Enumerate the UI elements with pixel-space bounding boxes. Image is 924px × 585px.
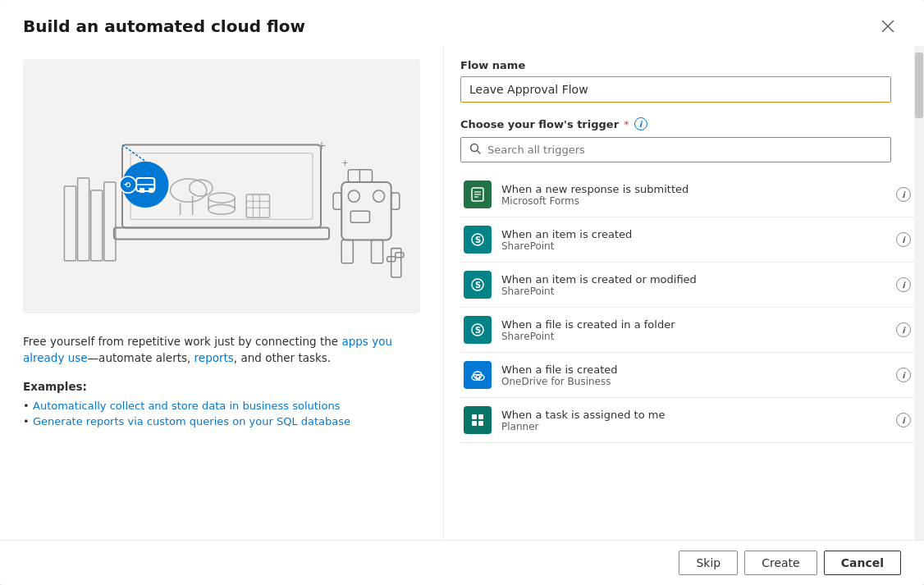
dialog: Build an automated cloud flow [0,0,924,585]
illustration-svg: + + [23,59,420,313]
examples-label: Examples: [23,380,420,393]
trigger-source: Planner [501,421,886,432]
search-box [460,137,891,162]
trigger-icon-sharepoint: S [464,316,492,344]
trigger-text: When an item is created or modifiedShare… [501,273,886,297]
trigger-text: When a file is created in a folderShareP… [501,318,886,342]
svg-text:S: S [475,326,481,335]
trigger-info-button[interactable]: i [896,322,911,337]
trigger-item[interactable]: When a file is createdOneDrive for Busin… [460,353,914,398]
trigger-text: When a task is assigned to mePlanner [501,409,886,432]
cancel-button[interactable]: Cancel [824,551,901,575]
close-button[interactable] [875,16,901,36]
trigger-info-button[interactable]: i [896,277,911,292]
left-panel: + + [0,46,443,540]
trigger-info-button[interactable]: i [896,187,911,202]
scrollbar-thumb [915,53,923,118]
trigger-icon-planner [464,406,492,434]
trigger-item[interactable]: When a task is assigned to mePlanneri [460,398,914,443]
trigger-name: When an item is created or modified [501,273,886,286]
right-inner[interactable]: Flow name Choose your flow's trigger * i [460,59,924,540]
svg-text:+: + [317,139,327,152]
trigger-text: When an item is createdSharePoint [501,228,886,252]
scrollbar[interactable] [914,46,924,540]
required-star: * [624,118,629,130]
trigger-icon-onedrive [464,361,492,389]
trigger-item[interactable]: SWhen a file is created in a folderShare… [460,308,914,353]
trigger-info-icon[interactable]: i [634,117,647,130]
close-icon [881,20,894,33]
right-panel: Flow name Choose your flow's trigger * i [444,46,924,540]
trigger-item[interactable]: SWhen an item is created or modifiedShar… [460,263,914,308]
svg-text:S: S [475,235,481,245]
trigger-info-button[interactable]: i [896,232,911,247]
svg-rect-62 [478,421,483,426]
flow-name-label: Flow name [460,59,891,71]
trigger-info-button[interactable]: i [896,368,911,382]
search-input[interactable] [487,144,882,156]
examples-list: Automatically collect and store data in … [23,398,420,429]
create-button[interactable]: Create [744,551,817,575]
svg-rect-40 [149,188,153,193]
trigger-info-button[interactable]: i [896,413,911,427]
svg-line-45 [478,151,481,154]
trigger-item[interactable]: SWhen an item is createdSharePointi [460,217,914,263]
trigger-name: When a file is created [501,363,886,376]
trigger-source: Microsoft Forms [501,195,886,207]
svg-rect-61 [472,421,477,426]
example-item: Generate reports via custom queries on y… [23,414,420,429]
trigger-name: When a new response is submitted [501,183,886,195]
dialog-title: Build an automated cloud flow [23,16,305,36]
trigger-icon-sharepoint: S [464,271,492,299]
skip-button[interactable]: Skip [679,551,738,575]
trigger-source: OneDrive for Business [501,376,886,387]
trigger-icon-forms [464,181,492,208]
trigger-name: When an item is created [501,228,886,240]
search-icon [469,143,481,157]
trigger-item[interactable]: When a new response is submittedMicrosof… [460,172,914,217]
trigger-label: Choose your flow's trigger [460,118,619,130]
trigger-name: When a task is assigned to me [501,409,886,421]
example-item: Automatically collect and store data in … [23,398,420,414]
trigger-name: When a file is created in a folder [501,318,886,331]
trigger-text: When a file is createdOneDrive for Busin… [501,363,886,387]
illustration: + + [23,59,420,313]
trigger-text: When a new response is submittedMicrosof… [501,183,886,207]
trigger-list: When a new response is submittedMicrosof… [460,172,924,443]
trigger-source: SharePoint [501,286,886,297]
svg-rect-59 [472,414,477,419]
svg-rect-60 [478,414,483,419]
dialog-footer: Skip Create Cancel [0,540,924,585]
svg-text:⟲: ⟲ [124,181,131,190]
svg-text:+: + [341,158,348,167]
trigger-source: SharePoint [501,331,886,342]
dialog-body: + + [0,46,924,540]
trigger-label-row: Choose your flow's trigger * i [460,117,891,130]
description-text: Free yourself from repetitive work just … [23,333,420,367]
trigger-source: SharePoint [501,240,886,252]
svg-rect-39 [140,188,144,193]
svg-text:S: S [475,281,481,290]
svg-rect-0 [23,62,420,311]
dialog-header: Build an automated cloud flow [0,0,924,46]
flow-name-input[interactable] [460,76,891,103]
trigger-icon-sharepoint: S [464,226,492,254]
